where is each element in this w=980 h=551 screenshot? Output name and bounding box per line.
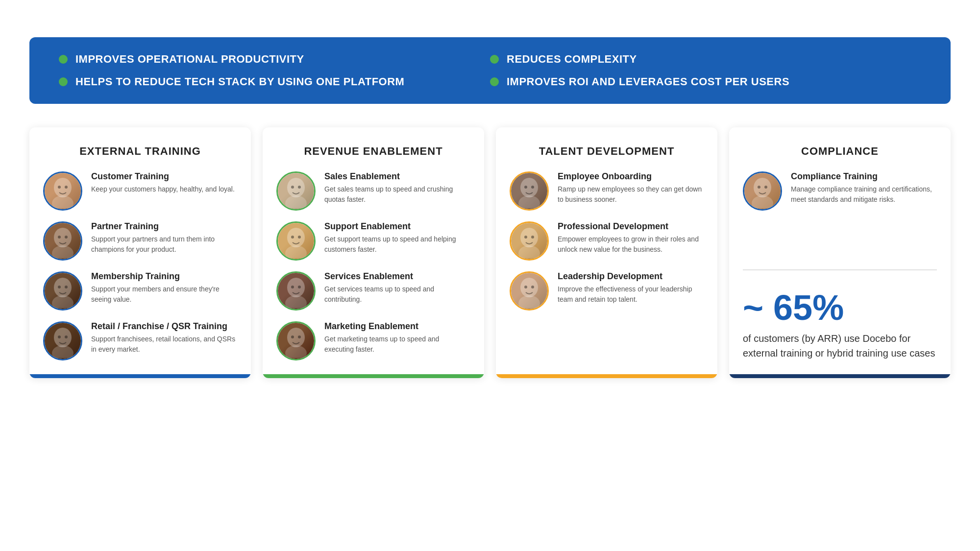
list-item: Customer TrainingKeep your customers hap… — [43, 171, 237, 211]
list-item: Employee OnboardingRamp up new employees… — [510, 171, 704, 211]
banner: IMPROVES OPERATIONAL PRODUCTIVITYHELPS T… — [29, 37, 951, 104]
banner-right-col: REDUCES COMPLEXITYIMPROVES ROI AND LEVER… — [490, 53, 921, 88]
item-text-block: Sales EnablementGet sales teams up to sp… — [324, 171, 470, 205]
list-item: Sales EnablementGet sales teams up to sp… — [276, 171, 470, 211]
item-text-block: Membership TrainingSupport your members … — [91, 271, 237, 305]
card-footer-bar — [729, 374, 951, 378]
svg-point-22 — [291, 236, 294, 239]
item-desc: Improve the effectiveness of your leader… — [558, 284, 704, 305]
avatar — [743, 171, 782, 211]
bullet-dot — [59, 55, 68, 64]
avatar — [276, 321, 316, 360]
cards-row: EXTERNAL TRAINING Customer TrainingKeep … — [29, 127, 951, 378]
item-title: Services Enablement — [324, 271, 470, 282]
avatar-face — [278, 323, 314, 359]
card-header: TALENT DEVELOPMENT — [510, 145, 704, 158]
svg-point-47 — [764, 186, 767, 189]
banner-item-label: HELPS TO REDUCE TECH STACK BY USING ONE … — [75, 75, 404, 88]
avatar — [510, 171, 549, 211]
svg-point-13 — [52, 345, 74, 358]
list-item: Leadership DevelopmentImprove the effect… — [510, 271, 704, 311]
svg-point-43 — [531, 286, 534, 288]
svg-point-19 — [298, 186, 301, 189]
svg-point-9 — [52, 295, 74, 308]
item-desc: Support franchisees, retail locations, a… — [91, 334, 237, 355]
svg-point-11 — [65, 286, 68, 288]
card-items: Customer TrainingKeep your customers hap… — [43, 171, 237, 374]
avatar — [43, 321, 82, 360]
item-title: Compliance Training — [791, 171, 937, 182]
svg-point-42 — [524, 286, 527, 288]
svg-point-15 — [65, 335, 68, 338]
card-header: REVENUE ENABLEMENT — [276, 145, 470, 158]
svg-point-2 — [58, 186, 61, 189]
item-text-block: Support EnablementGet support teams up t… — [324, 221, 470, 255]
item-desc: Get marketing teams up to speed and exec… — [324, 334, 470, 355]
card-items: Sales EnablementGet sales teams up to sp… — [276, 171, 470, 374]
list-item: Professional DevelopmentEmpower employee… — [510, 221, 704, 261]
avatar — [43, 271, 82, 311]
item-title: Sales Enablement — [324, 171, 470, 182]
item-title: Retail / Franchise / QSR Training — [91, 321, 237, 332]
avatar-face — [511, 223, 547, 259]
avatar-face — [278, 223, 314, 259]
stat-block: ~ 65%of customers (by ARR) use Docebo fo… — [743, 280, 937, 374]
avatar — [276, 221, 316, 261]
card-footer-bar — [496, 374, 717, 378]
item-title: Partner Training — [91, 221, 237, 232]
svg-point-39 — [531, 236, 534, 239]
item-title: Membership Training — [91, 271, 237, 282]
item-text-block: Retail / Franchise / QSR TrainingSupport… — [91, 321, 237, 355]
avatar-face — [278, 173, 314, 209]
list-item: Services EnablementGet services teams up… — [276, 271, 470, 311]
avatar — [43, 171, 82, 211]
item-desc: Empower employees to grow in their roles… — [558, 234, 704, 255]
svg-point-5 — [52, 245, 74, 258]
banner-item: HELPS TO REDUCE TECH STACK BY USING ONE … — [59, 75, 490, 88]
card-revenue-enablement: REVENUE ENABLEMENT Sales EnablementGet s… — [263, 127, 484, 378]
card-external-training: EXTERNAL TRAINING Customer TrainingKeep … — [29, 127, 251, 378]
card-items: Compliance TrainingManage compliance tra… — [743, 171, 937, 260]
avatar — [43, 221, 82, 261]
banner-left-col: IMPROVES OPERATIONAL PRODUCTIVITYHELPS T… — [59, 53, 490, 88]
stat-desc: of customers (by ARR) use Docebo for ext… — [743, 331, 937, 360]
banner-item-label: IMPROVES OPERATIONAL PRODUCTIVITY — [75, 53, 304, 66]
card-items: Employee OnboardingRamp up new employees… — [510, 171, 704, 374]
svg-point-33 — [518, 195, 540, 208]
svg-point-30 — [291, 335, 294, 338]
card-footer-bar — [29, 374, 251, 378]
bullet-dot — [490, 55, 499, 64]
banner-item: REDUCES COMPLEXITY — [490, 53, 921, 66]
list-item: Marketing EnablementGet marketing teams … — [276, 321, 470, 360]
svg-point-46 — [758, 186, 760, 189]
svg-point-27 — [298, 286, 301, 288]
item-text-block: Marketing EnablementGet marketing teams … — [324, 321, 470, 355]
banner-item: IMPROVES OPERATIONAL PRODUCTIVITY — [59, 53, 490, 66]
item-desc: Ramp up new employees so they can get do… — [558, 184, 704, 205]
svg-point-38 — [524, 236, 527, 239]
avatar-face — [511, 173, 547, 209]
list-item: Partner TrainingSupport your partners an… — [43, 221, 237, 261]
item-desc: Keep your customers happy, healthy, and … — [91, 184, 237, 194]
item-text-block: Partner TrainingSupport your partners an… — [91, 221, 237, 255]
svg-point-6 — [58, 236, 61, 239]
svg-point-35 — [531, 186, 534, 189]
svg-point-1 — [52, 195, 74, 208]
card-talent-development: TALENT DEVELOPMENT Employee OnboardingRa… — [496, 127, 717, 378]
svg-point-14 — [58, 335, 61, 338]
item-desc: Support your partners and turn them into… — [91, 234, 237, 255]
item-text-block: Services EnablementGet services teams up… — [324, 271, 470, 305]
svg-point-17 — [285, 195, 307, 208]
card-header: EXTERNAL TRAINING — [43, 145, 237, 158]
avatar-face — [511, 273, 547, 309]
svg-point-7 — [65, 236, 68, 239]
item-title: Marketing Enablement — [324, 321, 470, 332]
avatar-face — [45, 173, 81, 209]
list-item: Compliance TrainingManage compliance tra… — [743, 171, 937, 211]
item-desc: Get support teams up to speed and helpin… — [324, 234, 470, 255]
svg-point-25 — [285, 295, 307, 308]
banner-item-label: IMPROVES ROI AND LEVERAGES COST PER USER… — [507, 75, 789, 88]
item-text-block: Leadership DevelopmentImprove the effect… — [558, 271, 704, 305]
item-desc: Get services teams up to speed and contr… — [324, 284, 470, 305]
svg-point-10 — [58, 286, 61, 288]
